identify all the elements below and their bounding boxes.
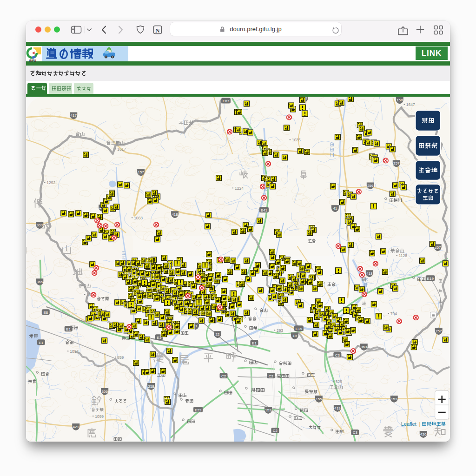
svg-text:Leaflet: Leaflet — [401, 421, 416, 427]
svg-text:155: 155 — [316, 397, 322, 401]
svg-text:306: 306 — [102, 390, 108, 394]
svg-text:1094: 1094 — [70, 349, 79, 354]
svg-text:421: 421 — [73, 425, 79, 429]
svg-text:C3: C3 — [335, 353, 340, 357]
svg-text:418: 418 — [366, 271, 373, 276]
svg-text:859: 859 — [117, 355, 124, 360]
svg-text:420: 420 — [420, 432, 427, 436]
svg-text:E1: E1 — [39, 340, 43, 344]
svg-text:1128: 1128 — [399, 253, 408, 258]
svg-text:C3: C3 — [353, 430, 358, 435]
svg-text:629: 629 — [336, 379, 342, 384]
svg-text:E19: E19 — [296, 326, 303, 331]
svg-text:E67: E67 — [223, 99, 230, 103]
svg-text:C2: C2 — [269, 374, 274, 378]
svg-text:303: 303 — [37, 223, 43, 227]
svg-text:794: 794 — [390, 311, 397, 316]
svg-text:365: 365 — [37, 280, 43, 284]
svg-text:GIFU: GIFU — [29, 59, 36, 62]
svg-text:157: 157 — [138, 170, 144, 174]
svg-text:153: 153 — [391, 397, 397, 401]
svg-text:158: 158 — [397, 98, 403, 102]
svg-text:E1: E1 — [66, 327, 71, 331]
svg-text:293: 293 — [277, 328, 283, 333]
svg-text:1099: 1099 — [95, 414, 104, 419]
svg-text:N: N — [155, 27, 160, 34]
svg-text:256: 256 — [367, 184, 374, 188]
svg-text:1035: 1035 — [292, 138, 301, 142]
svg-text:1617: 1617 — [117, 147, 126, 152]
svg-text:257: 257 — [393, 161, 400, 165]
svg-text:|: | — [419, 421, 421, 427]
svg-text:1292: 1292 — [46, 180, 55, 185]
svg-text:417: 417 — [71, 113, 77, 118]
svg-text:41: 41 — [333, 206, 337, 211]
svg-text:E19: E19 — [427, 276, 434, 280]
svg-text:1647: 1647 — [406, 102, 415, 107]
svg-text:19: 19 — [292, 334, 297, 338]
svg-text:257: 257 — [436, 329, 442, 333]
svg-text:E41: E41 — [261, 208, 268, 212]
svg-text:C2: C2 — [273, 429, 278, 433]
svg-text:C2: C2 — [221, 374, 226, 378]
svg-text:1068: 1068 — [134, 216, 143, 220]
svg-text:22: 22 — [216, 332, 220, 337]
svg-text:153: 153 — [265, 408, 271, 412]
svg-text:258: 258 — [148, 384, 154, 389]
svg-text:E8: E8 — [43, 310, 48, 314]
svg-text:419: 419 — [334, 406, 341, 410]
svg-text:E1: E1 — [252, 341, 257, 345]
svg-text:E23: E23 — [195, 408, 202, 412]
svg-text:418: 418 — [172, 212, 178, 217]
svg-text:363: 363 — [361, 345, 367, 349]
svg-text:1224: 1224 — [235, 186, 244, 191]
